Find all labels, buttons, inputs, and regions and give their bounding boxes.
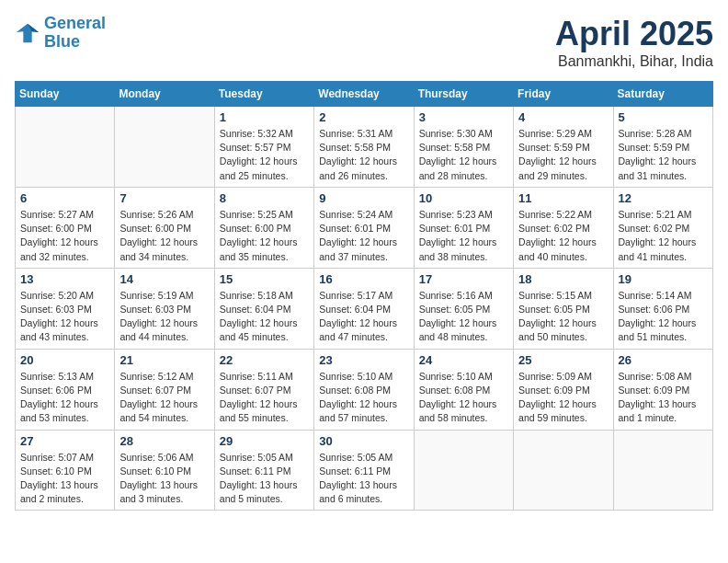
- day-of-week-header: Tuesday: [214, 82, 313, 107]
- calendar-day-cell: 3Sunrise: 5:30 AM Sunset: 5:58 PM Daylig…: [414, 107, 513, 188]
- day-info: Sunrise: 5:26 AM Sunset: 6:00 PM Dayligh…: [119, 208, 209, 264]
- day-number: 7: [119, 191, 209, 205]
- calendar-day-cell: 16Sunrise: 5:17 AM Sunset: 6:04 PM Dayli…: [314, 268, 414, 349]
- calendar-day-cell: 15Sunrise: 5:18 AM Sunset: 6:04 PM Dayli…: [214, 268, 313, 349]
- day-number: 25: [518, 353, 608, 367]
- day-number: 20: [20, 353, 109, 367]
- calendar-week-row: 13Sunrise: 5:20 AM Sunset: 6:03 PM Dayli…: [16, 268, 713, 349]
- day-number: 18: [518, 272, 608, 286]
- location: Banmankhi, Bihar, India: [555, 53, 713, 70]
- day-info: Sunrise: 5:27 AM Sunset: 6:00 PM Dayligh…: [20, 208, 109, 264]
- day-number: 4: [518, 110, 608, 124]
- day-of-week-header: Sunday: [16, 82, 115, 107]
- day-number: 10: [419, 191, 508, 205]
- calendar-day-cell: [16, 107, 115, 188]
- calendar-day-cell: 10Sunrise: 5:23 AM Sunset: 6:01 PM Dayli…: [414, 187, 513, 268]
- calendar-day-cell: 18Sunrise: 5:15 AM Sunset: 6:05 PM Dayli…: [514, 268, 613, 349]
- day-info: Sunrise: 5:10 AM Sunset: 6:08 PM Dayligh…: [419, 370, 508, 426]
- day-info: Sunrise: 5:30 AM Sunset: 5:58 PM Dayligh…: [419, 127, 508, 183]
- day-number: 28: [119, 434, 209, 448]
- page-header: General Blue April 2025 Banmankhi, Bihar…: [15, 15, 713, 70]
- logo-icon: [15, 20, 40, 46]
- calendar-day-cell: 28Sunrise: 5:06 AM Sunset: 6:10 PM Dayli…: [115, 430, 214, 511]
- calendar-week-row: 6Sunrise: 5:27 AM Sunset: 6:00 PM Daylig…: [16, 187, 713, 268]
- calendar-week-row: 20Sunrise: 5:13 AM Sunset: 6:06 PM Dayli…: [16, 349, 713, 430]
- logo-text: General Blue: [44, 15, 106, 52]
- calendar-day-cell: [414, 430, 513, 511]
- day-of-week-header: Thursday: [414, 82, 513, 107]
- day-info: Sunrise: 5:21 AM Sunset: 6:02 PM Dayligh…: [619, 208, 708, 264]
- day-number: 13: [20, 272, 109, 286]
- calendar-day-cell: 14Sunrise: 5:19 AM Sunset: 6:03 PM Dayli…: [115, 268, 214, 349]
- calendar-day-cell: 20Sunrise: 5:13 AM Sunset: 6:06 PM Dayli…: [16, 349, 115, 430]
- day-info: Sunrise: 5:29 AM Sunset: 5:59 PM Dayligh…: [518, 127, 608, 183]
- day-info: Sunrise: 5:28 AM Sunset: 5:59 PM Dayligh…: [619, 127, 708, 183]
- day-number: 22: [220, 353, 309, 367]
- calendar-day-cell: 2Sunrise: 5:31 AM Sunset: 5:58 PM Daylig…: [314, 107, 414, 188]
- day-number: 9: [319, 191, 408, 205]
- calendar-day-cell: 1Sunrise: 5:32 AM Sunset: 5:57 PM Daylig…: [214, 107, 313, 188]
- day-info: Sunrise: 5:15 AM Sunset: 6:05 PM Dayligh…: [518, 289, 608, 345]
- day-of-week-header: Wednesday: [314, 82, 414, 107]
- calendar-day-cell: 5Sunrise: 5:28 AM Sunset: 5:59 PM Daylig…: [613, 107, 712, 188]
- day-info: Sunrise: 5:23 AM Sunset: 6:01 PM Dayligh…: [419, 208, 508, 264]
- day-number: 8: [220, 191, 309, 205]
- day-number: 23: [319, 353, 408, 367]
- calendar-day-cell: 7Sunrise: 5:26 AM Sunset: 6:00 PM Daylig…: [115, 187, 214, 268]
- calendar-day-cell: 22Sunrise: 5:11 AM Sunset: 6:07 PM Dayli…: [214, 349, 313, 430]
- day-number: 15: [220, 272, 309, 286]
- day-number: 3: [419, 110, 508, 124]
- calendar-day-cell: 4Sunrise: 5:29 AM Sunset: 5:59 PM Daylig…: [514, 107, 613, 188]
- calendar-day-cell: [115, 107, 214, 188]
- day-info: Sunrise: 5:13 AM Sunset: 6:06 PM Dayligh…: [20, 370, 109, 426]
- day-info: Sunrise: 5:12 AM Sunset: 6:07 PM Dayligh…: [119, 370, 209, 426]
- day-info: Sunrise: 5:08 AM Sunset: 6:09 PM Dayligh…: [619, 370, 708, 426]
- month-title: April 2025: [555, 15, 713, 53]
- day-info: Sunrise: 5:10 AM Sunset: 6:08 PM Dayligh…: [319, 370, 408, 426]
- day-info: Sunrise: 5:14 AM Sunset: 6:06 PM Dayligh…: [619, 289, 708, 345]
- calendar-day-cell: 17Sunrise: 5:16 AM Sunset: 6:05 PM Dayli…: [414, 268, 513, 349]
- day-number: 26: [619, 353, 708, 367]
- svg-marker-0: [17, 24, 39, 43]
- calendar-day-cell: 29Sunrise: 5:05 AM Sunset: 6:11 PM Dayli…: [214, 430, 313, 511]
- calendar-header-row: SundayMondayTuesdayWednesdayThursdayFrid…: [16, 82, 713, 107]
- day-number: 14: [119, 272, 209, 286]
- day-number: 21: [119, 353, 209, 367]
- calendar-week-row: 1Sunrise: 5:32 AM Sunset: 5:57 PM Daylig…: [16, 107, 713, 188]
- day-info: Sunrise: 5:17 AM Sunset: 6:04 PM Dayligh…: [319, 289, 408, 345]
- day-info: Sunrise: 5:24 AM Sunset: 6:01 PM Dayligh…: [319, 208, 408, 264]
- calendar-day-cell: 26Sunrise: 5:08 AM Sunset: 6:09 PM Dayli…: [613, 349, 712, 430]
- calendar-day-cell: 9Sunrise: 5:24 AM Sunset: 6:01 PM Daylig…: [314, 187, 414, 268]
- title-block: April 2025 Banmankhi, Bihar, India: [555, 15, 713, 70]
- day-number: 12: [619, 191, 708, 205]
- day-info: Sunrise: 5:05 AM Sunset: 6:11 PM Dayligh…: [220, 451, 309, 507]
- day-info: Sunrise: 5:16 AM Sunset: 6:05 PM Dayligh…: [419, 289, 508, 345]
- calendar-day-cell: 11Sunrise: 5:22 AM Sunset: 6:02 PM Dayli…: [514, 187, 613, 268]
- day-number: 19: [619, 272, 708, 286]
- day-info: Sunrise: 5:22 AM Sunset: 6:02 PM Dayligh…: [518, 208, 608, 264]
- logo: General Blue: [15, 15, 106, 52]
- calendar-day-cell: [613, 430, 712, 511]
- day-number: 5: [619, 110, 708, 124]
- day-number: 29: [220, 434, 309, 448]
- day-number: 17: [419, 272, 508, 286]
- calendar-day-cell: 8Sunrise: 5:25 AM Sunset: 6:00 PM Daylig…: [214, 187, 313, 268]
- day-info: Sunrise: 5:25 AM Sunset: 6:00 PM Dayligh…: [220, 208, 309, 264]
- day-info: Sunrise: 5:31 AM Sunset: 5:58 PM Dayligh…: [319, 127, 408, 183]
- calendar-day-cell: 19Sunrise: 5:14 AM Sunset: 6:06 PM Dayli…: [613, 268, 712, 349]
- day-number: 1: [220, 110, 309, 124]
- day-info: Sunrise: 5:20 AM Sunset: 6:03 PM Dayligh…: [20, 289, 109, 345]
- day-number: 30: [319, 434, 408, 448]
- calendar-day-cell: 24Sunrise: 5:10 AM Sunset: 6:08 PM Dayli…: [414, 349, 513, 430]
- calendar-table: SundayMondayTuesdayWednesdayThursdayFrid…: [15, 81, 713, 511]
- calendar-day-cell: 12Sunrise: 5:21 AM Sunset: 6:02 PM Dayli…: [613, 187, 712, 268]
- day-info: Sunrise: 5:05 AM Sunset: 6:11 PM Dayligh…: [319, 451, 408, 507]
- calendar-day-cell: 23Sunrise: 5:10 AM Sunset: 6:08 PM Dayli…: [314, 349, 414, 430]
- day-number: 24: [419, 353, 508, 367]
- calendar-day-cell: 25Sunrise: 5:09 AM Sunset: 6:09 PM Dayli…: [514, 349, 613, 430]
- day-info: Sunrise: 5:09 AM Sunset: 6:09 PM Dayligh…: [518, 370, 608, 426]
- calendar-day-cell: 6Sunrise: 5:27 AM Sunset: 6:00 PM Daylig…: [16, 187, 115, 268]
- calendar-day-cell: 21Sunrise: 5:12 AM Sunset: 6:07 PM Dayli…: [115, 349, 214, 430]
- calendar-day-cell: 30Sunrise: 5:05 AM Sunset: 6:11 PM Dayli…: [314, 430, 414, 511]
- day-info: Sunrise: 5:06 AM Sunset: 6:10 PM Dayligh…: [119, 451, 209, 507]
